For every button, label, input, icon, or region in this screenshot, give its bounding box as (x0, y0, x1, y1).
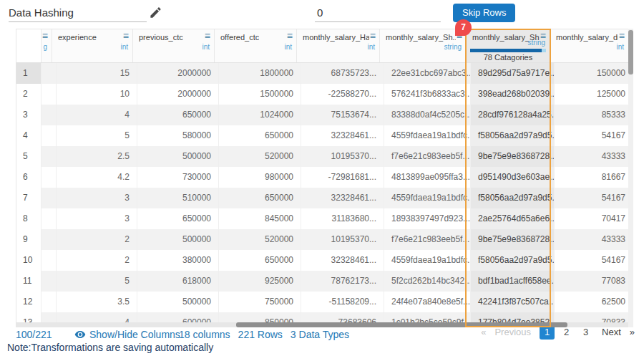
rows-count-label: 221 Rows (238, 327, 283, 342)
table-cell: 398ead268b02039... (471, 84, 555, 105)
row-number-cell: 2 (16, 84, 42, 105)
vertical-scrollbar-thumb[interactable] (628, 30, 633, 74)
table-cell: 510000 (137, 188, 219, 208)
table-stats: 18 columns 221 Rows 3 Data Types (179, 327, 349, 342)
column-menu-icon[interactable]: ≡ (123, 31, 129, 41)
table-cell: 650000 (137, 208, 219, 229)
column-menu-icon[interactable]: ≡ (42, 31, 48, 41)
table-cell: 1800000 (219, 63, 301, 84)
table-cell: 28cdf976128a4a25... (471, 105, 555, 125)
column-type-label: string (528, 39, 545, 47)
table-cell: 500000 (137, 146, 219, 167)
table-cell: 9be75e9e8368728... (471, 229, 555, 250)
row-number-cell: 8 (16, 208, 42, 229)
table-cell (42, 167, 57, 188)
table-cell: 520000 (219, 229, 301, 250)
table-cell (42, 250, 57, 271)
table-cell: 4559fdaea19a1bdfc... (384, 188, 471, 208)
next-page-button[interactable]: Next (602, 327, 621, 337)
types-count-label: 3 Data Types (291, 327, 349, 342)
table-row: 7351000065000032328461...4559fdaea19a1bd… (16, 188, 629, 208)
table-cell: 83388d0af4c5205c... (384, 105, 471, 125)
table-cell: 2 (57, 250, 137, 271)
table-cell: 618000 (137, 271, 219, 292)
table-cell: 580000 (137, 125, 219, 146)
table-cell: 4559fdaea19a1bdfc... (384, 250, 471, 271)
table-cell: 4559fdaea19a1bdfc... (384, 125, 471, 146)
column-type-label: int (367, 43, 375, 51)
table-cell: 85333 (555, 105, 629, 125)
previous-arrow-icon[interactable]: « (481, 327, 486, 337)
table-cell: 3.5 (57, 292, 137, 312)
horizontal-scrollbar-thumb[interactable] (236, 322, 567, 327)
table-row: 10238000065000032328461...4559fdaea19a1b… (16, 250, 629, 271)
table-cell: 43333 (555, 229, 629, 250)
table-cell: 32328461... (301, 125, 384, 146)
table-cell: 62500 (555, 292, 629, 312)
table-cell: 730000 (137, 167, 219, 188)
table-cell: 9be75e9e8368728... (471, 146, 555, 167)
table-cell: 81667 (555, 167, 629, 188)
table-row: 8365000084500031183680...18938397497d923… (16, 208, 629, 229)
row-number-cell: 11 (16, 271, 42, 292)
column-type-label: int (284, 43, 292, 51)
table-cell: 43333 (555, 146, 629, 167)
table-cell: f58056aa2d97a9d5... (471, 125, 555, 146)
column-type-label: int (202, 43, 210, 51)
table-cell: 32328461... (301, 250, 384, 271)
row-number-header (16, 29, 42, 62)
edit-pencil-icon[interactable] (149, 6, 162, 19)
column-header[interactable]: ≡g (42, 29, 52, 62)
table-cell: 78762173... (301, 271, 384, 292)
column-header[interactable]: monthly_salary_Sh...≡string78 Catagories (467, 29, 550, 62)
column-header[interactable]: experience≡int (52, 29, 133, 62)
table-cell (42, 63, 57, 84)
table-cell: 77083 (555, 271, 629, 292)
previous-page-button[interactable]: Previous (494, 327, 531, 337)
table-cell: 650000 (219, 188, 301, 208)
column-header[interactable]: monthly_salary_du...≡int (550, 29, 629, 62)
table-cell: 3 (57, 208, 137, 229)
table-cell: 2 (57, 229, 137, 250)
dataset-name-input[interactable]: Data Hashing (9, 4, 147, 22)
table-cell: 32328461... (301, 188, 384, 208)
next-arrow-icon[interactable]: » (630, 327, 635, 337)
column-menu-icon[interactable]: ≡ (287, 31, 293, 41)
table-cell (42, 84, 57, 105)
table-cell: 4813899ae095ffa3... (384, 167, 471, 188)
row-number-cell: 7 (16, 188, 42, 208)
table-row: 4558000065000032328461...4559fdaea19a1bd… (16, 125, 629, 146)
row-number-cell: 12 (16, 292, 42, 312)
selected-column-badge: 7 (455, 19, 472, 36)
column-name: monthly_salary_du... (556, 33, 618, 42)
skip-rows-input[interactable]: 0 (315, 4, 441, 22)
show-hide-columns-button[interactable]: Show/Hide Columns (74, 327, 180, 342)
column-type-label: string (444, 43, 462, 51)
vertical-scrollbar[interactable] (628, 29, 633, 327)
column-header[interactable]: monthly_salary_Sh...≡string (380, 29, 467, 62)
column-menu-icon[interactable]: ≡ (619, 31, 625, 41)
column-menu-icon[interactable]: ≡ (370, 31, 376, 41)
table-cell: 650000 (219, 250, 301, 271)
table-row: 34650000102400075153674...83388d0af4c520… (16, 105, 629, 125)
column-name: previous_ctc (139, 33, 183, 42)
horizontal-scrollbar[interactable] (16, 322, 628, 327)
column-header[interactable]: previous_ctc≡int (133, 29, 215, 62)
table-cell: 2.5 (57, 146, 137, 167)
row-number-cell: 4 (16, 125, 42, 146)
columns-count-label: 18 columns (179, 327, 230, 342)
table-row: 1152000000180000068735723...22ee31cbc697… (16, 63, 629, 84)
table-cell: 2000000 (137, 84, 219, 105)
table-cell: -22588270... (301, 84, 384, 105)
table-cell: 70417 (555, 208, 629, 229)
table-cell: f58056aa2d97a9d5... (471, 188, 555, 208)
table-cell: 650000 (219, 125, 301, 146)
row-progress-label: 100/221 (16, 327, 52, 342)
column-header[interactable]: offered_ctc≡int (215, 29, 297, 62)
table-cell: 500000 (137, 229, 219, 250)
table-cell: f7e6e21c983eeb5f... (384, 229, 471, 250)
column-header[interactable]: monthly_salary_Ha...≡int (297, 29, 380, 62)
column-type-label: g (43, 43, 47, 51)
column-menu-icon[interactable]: ≡ (205, 31, 210, 41)
table-cell: 54167 (555, 188, 629, 208)
